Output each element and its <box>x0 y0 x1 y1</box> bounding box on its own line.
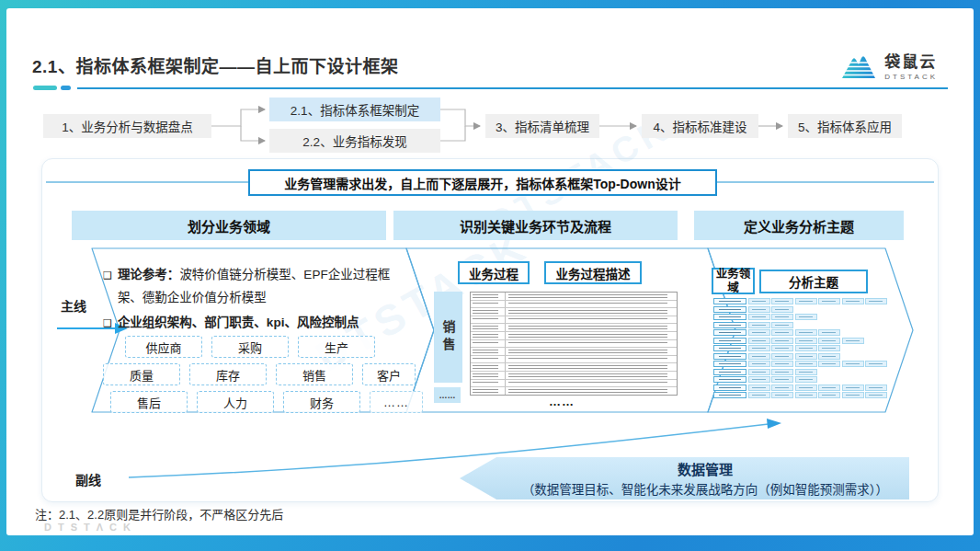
topic-grid-row <box>713 353 888 360</box>
dtstack-logo: 袋鼠云 DTSTACK <box>840 53 938 81</box>
topic-cell <box>842 361 864 367</box>
process-table-row <box>471 301 677 309</box>
domain-label-cell <box>713 306 746 313</box>
topic-grid-row <box>713 306 888 313</box>
topic-cell <box>771 392 793 398</box>
topic-cell <box>748 345 770 351</box>
topic-cell <box>795 345 817 351</box>
analysis-topic-header-box: 分析主题 <box>759 270 868 293</box>
topic-cell <box>842 392 864 398</box>
topic-grid-row <box>713 385 888 391</box>
title-accent-blue <box>61 86 71 90</box>
process-table-row <box>471 332 677 340</box>
topic-cell <box>748 392 770 398</box>
topic-cell <box>865 298 887 304</box>
business-domain-box: 生产 <box>298 336 375 358</box>
business-domain-box: 供应商 <box>125 336 202 358</box>
topic-grid-row <box>713 314 888 320</box>
process-table-row <box>471 348 677 356</box>
flow-step-4: 4、指标标准建设 <box>642 114 758 138</box>
domain-boxes-row-1: 供应商采购生产 <box>125 336 375 358</box>
process-name-cell <box>471 356 506 363</box>
page-title: 2.1、指标体系框架制定——自上而下设计框架 <box>32 52 398 77</box>
topic-cell <box>748 338 770 344</box>
topic-cell <box>795 314 817 320</box>
logo-text: 袋鼠云 <box>884 54 938 70</box>
bullet-label: 理论参考： <box>118 268 180 281</box>
process-table-row <box>471 316 677 325</box>
title-underline <box>77 87 948 89</box>
domain-label-cell <box>713 322 746 328</box>
flow-step-1: 1、业务分析与数据盘点 <box>43 114 211 138</box>
topic-cell <box>795 385 817 391</box>
topic-grid-row <box>713 298 888 304</box>
topic-cell <box>818 361 840 367</box>
business-domain-box: 采购 <box>211 336 289 358</box>
topic-cell <box>842 385 864 391</box>
process-table-row <box>471 380 677 388</box>
topic-cell <box>795 338 817 344</box>
process-name-cell <box>471 316 506 324</box>
topic-cell <box>795 376 817 383</box>
process-name-cell <box>471 380 506 387</box>
topic-cell <box>795 298 817 304</box>
process-table-row <box>471 293 677 301</box>
topic-cell <box>842 338 864 344</box>
process-name-cell <box>471 293 506 300</box>
mainline-label: 主线 <box>61 296 86 315</box>
topic-cell <box>771 385 793 391</box>
business-domain-box: 人力 <box>197 391 274 413</box>
process-name-cell <box>471 387 506 395</box>
theory-bullets: ❑ 理论参考：波特价值链分析模型、EPF企业过程框架、德勤企业价值分析模型 ❑ … <box>103 264 408 337</box>
process-description-cell <box>506 372 677 379</box>
logo-subtext: DTSTACK <box>884 73 938 81</box>
topic-cell <box>771 329 793 336</box>
domain-boxes-row-3: 售后人力财务…… <box>110 391 423 413</box>
domain-label-cell <box>713 392 746 398</box>
topic-cell <box>771 322 793 328</box>
process-description-header-box: 业务过程描述 <box>544 261 642 284</box>
process-table-row <box>471 372 677 380</box>
topic-cell <box>771 361 793 367</box>
process-name-cell <box>471 348 506 355</box>
topic-cell <box>818 385 840 391</box>
topic-cell <box>748 369 770 375</box>
topic-cell <box>818 353 840 360</box>
domain-label-cell <box>713 385 746 391</box>
process-name-cell <box>471 308 506 316</box>
process-description-table <box>470 292 678 396</box>
topic-cell <box>818 392 840 398</box>
domain-label-cell <box>713 361 746 367</box>
bullet-body: 企业组织架构、部门职责、kpi、风险控制点 <box>118 312 359 335</box>
topic-cell <box>818 329 840 336</box>
business-domain-box: …… <box>370 391 423 413</box>
business-domain-box: 库存 <box>189 363 267 385</box>
process-description-cell <box>506 363 677 371</box>
topic-cell <box>795 329 817 336</box>
business-domain-box: 销售 <box>276 363 353 385</box>
flow-step-2-2: 2.2、业务指标发现 <box>269 129 440 153</box>
domain-label-cell <box>713 376 746 383</box>
process-name-cell <box>471 372 506 379</box>
topic-cell <box>818 338 840 344</box>
topic-cell <box>818 345 840 351</box>
flow-step-2-1-highlighted: 2.1、指标体系框架制定 <box>269 98 440 121</box>
domain-label-cell <box>713 338 746 344</box>
process-description-cell <box>506 340 677 348</box>
topic-cell <box>748 385 770 391</box>
topic-cell <box>795 392 817 398</box>
process-description-cell <box>506 308 677 316</box>
process-table-row <box>471 324 677 332</box>
topic-cell <box>865 392 887 398</box>
domain-label-cell <box>713 314 746 320</box>
data-management-subtitle: （数据管理目标、智能化未来发展战略方向（例如智能预测需求）） <box>522 479 888 498</box>
square-bullet-icon: ❑ <box>103 314 112 337</box>
topic-cell <box>818 298 840 304</box>
process-table-row <box>471 356 677 364</box>
topic-cell <box>771 345 793 351</box>
topic-cell <box>771 306 793 313</box>
process-description-cell <box>506 380 677 387</box>
top-down-banner: 业务管理需求出发，自上而下逐层展开，指标体系框架Top-Down设计 <box>248 169 717 196</box>
topic-cell <box>795 353 817 360</box>
process-name-cell <box>471 340 506 348</box>
